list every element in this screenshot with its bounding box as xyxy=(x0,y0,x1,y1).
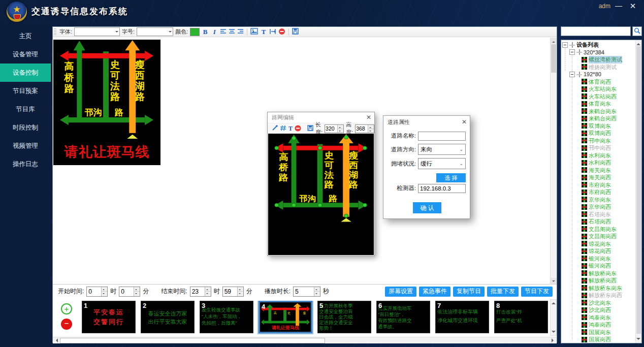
align-right-icon[interactable] xyxy=(237,28,244,36)
tree-device-市府岗西[interactable]: 市府岗西 xyxy=(561,188,635,196)
playlist-vertical-scrollbar[interactable] xyxy=(550,299,557,336)
tree-device-邗中岗东[interactable]: 邗中岗东 xyxy=(561,137,635,145)
tree-device-国展岗西[interactable]: 国展岗西 xyxy=(561,336,635,343)
tree-device-双博岗西[interactable]: 双博岗西 xyxy=(561,130,635,137)
tree-device-银河岗西[interactable]: 银河岗西 xyxy=(561,262,635,270)
tree-device-文昌阁岗西[interactable]: 文昌阁岗西 xyxy=(561,233,635,240)
scrollbar-thumb[interactable] xyxy=(636,46,641,334)
tree-device-来鹤台岗西[interactable]: 来鹤台岗西 xyxy=(561,115,635,122)
close-icon[interactable]: ✕ xyxy=(366,112,371,123)
congestion-select[interactable]: 缓行⌄ xyxy=(418,158,466,169)
network-edit-canvas[interactable]: 高桥路 史可法路 瘦西湖路 邗沟 路 xyxy=(268,134,374,255)
scroll-down-icon[interactable] xyxy=(636,338,640,342)
bold-button[interactable]: B xyxy=(202,28,209,36)
sidebar-item-program-library[interactable]: 节目库 xyxy=(0,100,51,118)
road-direction-select[interactable]: 来向⌄ xyxy=(418,144,466,155)
playlist-item-1[interactable]: 1平安春运交警同行 xyxy=(82,301,136,333)
font-size-select[interactable] xyxy=(137,27,173,36)
tree-device-鸿泰岗西[interactable]: 鸿泰岗西 xyxy=(561,321,635,329)
led-display-preview[interactable]: 高桥路 史可法路 瘦西湖路 邗沟 路 请礼让斑马线 xyxy=(53,40,160,165)
insert-image-icon[interactable] xyxy=(250,28,258,36)
playlist-item-5[interactable]: 5大力开展秋冬季交通安全整治百日会战，全力稳定道路交通安全形势！ xyxy=(317,301,371,333)
action-button-3[interactable]: 复制节目 xyxy=(453,287,485,297)
duration-input[interactable] xyxy=(294,287,314,296)
start-minute-input[interactable] xyxy=(119,287,134,296)
tree-device-沙北岗东[interactable]: 沙北岗东 xyxy=(561,299,635,307)
tree-group-192x80[interactable]: 192*80 xyxy=(561,71,635,78)
tree-device-解放桥东岗东[interactable]: 解放桥东岗东 xyxy=(561,285,635,292)
playlist-item-7[interactable]: 7依法治理非标车辆净化城市交通环境 xyxy=(435,301,489,333)
tree-device-解放桥岗西[interactable]: 解放桥岗西 xyxy=(561,277,635,285)
height-input[interactable] xyxy=(356,125,368,133)
tree-device-京华岗东[interactable]: 京华岗东 xyxy=(561,196,635,204)
scroll-up-icon[interactable] xyxy=(551,38,557,44)
tree-device-维扬岗测试[interactable]: 维扬岗测试 xyxy=(561,64,635,71)
length-input[interactable] xyxy=(325,125,337,133)
tree-device-体育岗西[interactable]: 体育岗西 xyxy=(561,78,635,86)
dialog-titlebar[interactable]: 道路属性 ✕ xyxy=(383,116,470,128)
scroll-right-icon[interactable] xyxy=(552,338,556,342)
marquee-text-icon[interactable] xyxy=(269,28,276,36)
start-minute-spinner[interactable] xyxy=(119,287,140,297)
sidebar-item-device-mgmt[interactable]: 设备管理 xyxy=(0,45,51,64)
tree-device-体育岗东[interactable]: 体育岗东 xyxy=(561,100,635,108)
action-button-5[interactable]: 节目下发 xyxy=(521,287,553,297)
length-spinner[interactable] xyxy=(325,124,344,133)
end-minute-input[interactable] xyxy=(223,287,237,296)
scrollbar-thumb[interactable] xyxy=(60,338,325,343)
tree-vertical-scrollbar[interactable] xyxy=(635,40,641,343)
road-name-input[interactable] xyxy=(418,132,466,141)
color-swatch[interactable] xyxy=(190,28,200,36)
add-program-button[interactable]: + xyxy=(61,303,72,314)
tree-device-石塔岗东[interactable]: 石塔岗东 xyxy=(561,211,635,218)
tree-device-市府岗东[interactable]: 市府岗东 xyxy=(561,181,635,189)
delete-icon[interactable] xyxy=(278,28,285,36)
detector-input[interactable] xyxy=(418,184,466,193)
tree-collapse-icon[interactable] xyxy=(569,49,575,55)
italic-button[interactable]: I xyxy=(211,28,218,36)
playlist-item-6[interactable]: 6扎实开展电动车“百日整治”，有效预防道路交通事故。 xyxy=(376,301,430,333)
text-tool-button[interactable]: T xyxy=(288,125,293,133)
scroll-left-icon[interactable] xyxy=(54,338,58,342)
duration-spinner[interactable] xyxy=(293,287,320,297)
tree-device-水利岗东[interactable]: 水利岗东 xyxy=(561,152,635,160)
remove-program-button[interactable]: − xyxy=(61,319,72,330)
save-icon[interactable] xyxy=(307,125,313,132)
scroll-up-icon[interactable] xyxy=(552,300,556,304)
search-button[interactable] xyxy=(632,26,642,36)
tree-collapse-icon[interactable] xyxy=(569,72,575,77)
close-button[interactable]: ✕ xyxy=(628,1,638,11)
tree-device-琼花岗东[interactable]: 琼花岗东 xyxy=(561,240,635,248)
scroll-down-icon[interactable] xyxy=(552,331,556,335)
tree-device-双博岗东[interactable]: 双博岗东 xyxy=(561,122,635,130)
tree-device-文昌阁岗东[interactable]: 文昌阁岗东 xyxy=(561,226,635,233)
playlist-item-3[interactable]: 3发生轻微交通事故“人未伤，车能动，先拍照，后撤离” xyxy=(200,301,253,333)
device-search-input[interactable] xyxy=(561,26,631,36)
tree-root[interactable]: 设备列表 xyxy=(561,41,635,49)
action-button-4[interactable]: 批量下发 xyxy=(487,287,519,297)
sidebar-item-home[interactable]: 主页 xyxy=(0,27,51,45)
tree-device-石塔岗西[interactable]: 石塔岗西 xyxy=(561,218,635,226)
tree-device-螺丝湾桥测试[interactable]: 螺丝湾桥测试 xyxy=(561,56,635,64)
select-button[interactable]: 选 择 xyxy=(436,173,466,182)
double-road-icon[interactable] xyxy=(280,125,286,132)
sidebar-item-operation-log[interactable]: 操作日志 xyxy=(0,155,51,173)
tree-device-水利岗西[interactable]: 水利岗西 xyxy=(561,159,635,167)
start-hour-spinner[interactable] xyxy=(86,287,108,297)
tree-device-琼花岗西[interactable]: 琼花岗西 xyxy=(561,247,635,255)
tree-device-火车站岗东[interactable]: 火车站岗东 xyxy=(561,85,635,93)
start-hour-input[interactable] xyxy=(87,287,101,296)
scroll-up-icon[interactable] xyxy=(636,41,640,45)
tree-device-海关岗西[interactable]: 海关岗西 xyxy=(561,174,635,181)
canvas-vertical-scrollbar[interactable] xyxy=(550,38,557,284)
sidebar-item-video-mgmt[interactable]: 视频管理 xyxy=(0,137,51,155)
dialog-titlebar[interactable]: 路网编辑 ✕ xyxy=(268,112,374,123)
minimize-button[interactable]: — xyxy=(614,1,624,11)
tree-device-银河岗东[interactable]: 银河岗东 xyxy=(561,255,635,263)
scroll-down-icon[interactable] xyxy=(551,278,557,284)
end-hour-input[interactable] xyxy=(190,287,205,296)
tree-group-320x384[interactable]: 320*384 xyxy=(561,49,635,56)
tree-device-邗中岗西[interactable]: 邗中岗西 xyxy=(561,144,635,152)
tree-device-火车站岗西[interactable]: 火车站岗西 xyxy=(561,93,635,101)
draw-road-icon[interactable] xyxy=(272,125,278,132)
